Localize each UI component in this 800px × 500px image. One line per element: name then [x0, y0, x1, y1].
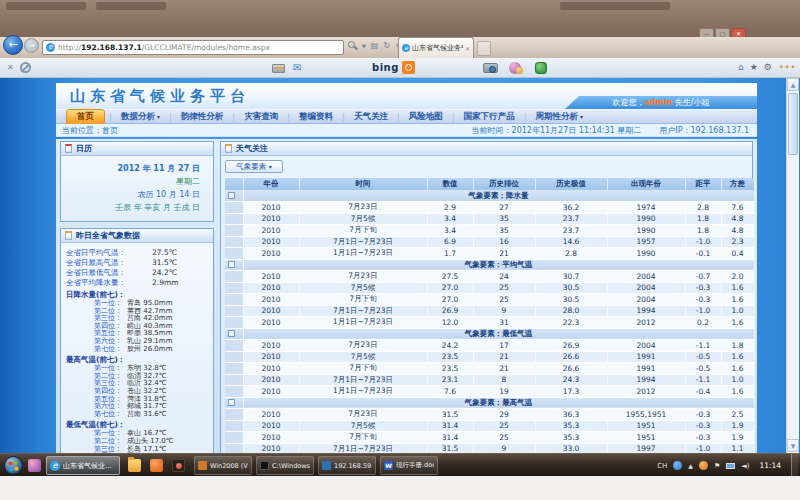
collapse-toggle-icon[interactable]	[228, 399, 235, 406]
table-row: 20101月1日~7月23日1.7212.81990-0.10.4	[225, 248, 754, 260]
tray-firefox-icon[interactable]	[699, 461, 708, 470]
nav-item-2[interactable]: 韵律性分析	[172, 111, 233, 123]
scroll-up-icon[interactable]: ▲	[787, 78, 799, 91]
refresh-icon[interactable]: ↻	[383, 41, 390, 50]
favorites-star-icon[interactable]: ★	[750, 62, 758, 72]
nav-item-6[interactable]: 风险地图	[400, 111, 452, 123]
overflow-dots[interactable]: •••	[779, 63, 796, 72]
address-bar[interactable]: e http://192.168.137.1/GLCCLIMATE/module…	[42, 40, 344, 55]
browser-tab[interactable]: e 山东省气候业务平... ✕	[398, 37, 474, 58]
nav-item-8[interactable]: 周期性分析▾	[527, 111, 593, 123]
nav-item-0[interactable]: 首页	[66, 109, 105, 125]
scrollbar-thumb[interactable]	[788, 93, 798, 155]
table-cell: 19	[473, 386, 535, 398]
new-tab-button[interactable]	[477, 41, 491, 56]
explorer-folder-icon[interactable]	[128, 459, 141, 472]
table-cell: 2010	[243, 248, 299, 260]
tray-app-icon[interactable]	[673, 461, 682, 470]
taskbar-window-button[interactable]: Win2008 (VS2...	[194, 456, 252, 475]
scrollbar[interactable]: ▲ ▼	[786, 78, 799, 453]
group-toggle-cell[interactable]	[225, 328, 243, 340]
scroll-down-icon[interactable]: ▼	[787, 439, 799, 452]
taskbar-window-button[interactable]: W现行手册.docx ...	[380, 456, 438, 475]
nav-item-4[interactable]: 整编资料	[290, 111, 342, 123]
row-lead-cell	[225, 374, 243, 386]
calendar-lunar: 农历 10 月 14 日	[61, 188, 200, 201]
tray-expand-icon[interactable]: ▲	[688, 462, 693, 469]
collapse-toggle-icon[interactable]	[228, 330, 235, 337]
breadcrumb: 当前位置：首页	[62, 124, 118, 137]
compatibility-icon[interactable]: ▤	[371, 41, 379, 50]
forward-button[interactable]: →	[24, 38, 39, 53]
stat-row: 全省日最低气温：24.2℃	[66, 268, 211, 278]
table-cell: 22.3	[535, 317, 607, 329]
table-cell: 23.7	[535, 213, 607, 225]
tools-gear-icon[interactable]: ⚙	[764, 62, 772, 72]
bing-search-widget[interactable]: bing	[372, 61, 415, 74]
taskbar-ie-window-button[interactable]: e 山东省气候业...	[46, 456, 120, 475]
group-toggle-cell[interactable]	[225, 397, 243, 409]
calendar-panel-title: 日历	[76, 143, 92, 154]
table-cell: 23.5	[427, 363, 473, 375]
table-cell: 17.3	[535, 386, 607, 398]
toolbar-card-icon[interactable]	[272, 64, 285, 73]
taskbar-window-button[interactable]: C:\Windows\s...	[256, 456, 314, 475]
stat-label: 全省日最高气温：	[66, 258, 152, 268]
home-icon[interactable]: ⌂	[738, 62, 744, 72]
bing-search-icon[interactable]	[402, 61, 415, 74]
blocked-icon[interactable]	[20, 62, 31, 73]
table-cell: 1.6	[721, 282, 754, 294]
show-desktop-button[interactable]	[791, 454, 798, 477]
tab-close-icon[interactable]: ✕	[465, 45, 470, 52]
toolbar-mail-icon[interactable]: ✉	[293, 62, 301, 73]
toolbar-share-icon[interactable]	[509, 62, 521, 74]
row-lead-cell	[225, 282, 243, 294]
table-cell: 25	[473, 282, 535, 294]
group-header-row[interactable]: 气象要素：最高气温	[225, 397, 754, 409]
group-header-row[interactable]: 气象要素：降水量	[225, 190, 754, 202]
group-header-row[interactable]: 气象要素：最低气温	[225, 328, 754, 340]
table-header-lead	[225, 178, 243, 190]
weather-focus-panel: 天气关注 气象要素 ▾	[220, 141, 753, 468]
windows-logo-icon	[8, 460, 19, 471]
taskbar-app-icon[interactable]	[150, 459, 163, 472]
group-toggle-cell[interactable]	[225, 190, 243, 202]
table-cell: -0.4	[685, 386, 721, 398]
collapse-toggle-icon[interactable]	[228, 261, 235, 268]
group-label: 气象要素：最低气温	[243, 328, 754, 340]
table-cell: 1.6	[721, 351, 754, 363]
table-cell: 1.7	[427, 248, 473, 260]
toolbar-camera-icon[interactable]	[483, 63, 498, 73]
action-center-flag-icon[interactable]: ⚑	[714, 462, 720, 470]
taskbar-app-icon[interactable]	[28, 459, 41, 472]
start-button[interactable]	[4, 456, 23, 475]
volume-icon[interactable]: ◄)	[741, 462, 749, 470]
table-cell: 35	[473, 225, 535, 237]
nav-item-3[interactable]: 灾害查询	[235, 111, 287, 123]
collapse-toggle-icon[interactable]	[228, 192, 235, 199]
toolbar-close-icon[interactable]: ✕	[7, 63, 14, 72]
screen: — ▢ ✕ ← → e http://192.168.137.1/GLCCLIM…	[0, 0, 800, 500]
table-cell: 1.8	[721, 340, 754, 352]
group-toggle-cell[interactable]	[225, 259, 243, 271]
nav-item-1[interactable]: 数据分析▾	[112, 111, 169, 123]
media-player-icon[interactable]	[172, 459, 185, 472]
stat-row: 全省日平均气温：27.5℃	[66, 248, 211, 258]
table-cell: 2.8	[535, 248, 607, 260]
search-icon[interactable]	[348, 41, 357, 50]
network-icon[interactable]	[726, 463, 735, 469]
language-indicator[interactable]: CH	[657, 462, 667, 470]
nav-item-7[interactable]: 国家下行产品	[455, 111, 524, 123]
element-filter-button[interactable]: 气象要素 ▾	[225, 160, 283, 173]
nav-item-5[interactable]: 天气关注	[345, 111, 397, 123]
table-row: 20107月5候27.02530.52004-0.31.6	[225, 282, 754, 294]
clock[interactable]: 11:14	[759, 461, 781, 470]
toolbar-plugin-icon[interactable]	[535, 62, 547, 74]
table-cell: -0.3	[685, 294, 721, 306]
group-header-row[interactable]: 气象要素：平均气温	[225, 259, 754, 271]
chevron-down-icon[interactable]: ▼	[362, 43, 366, 49]
taskbar-window-button[interactable]: 192.168.59.99...	[318, 456, 376, 475]
stat-value: 24.2℃	[152, 268, 177, 278]
table-row: 20101月1日~7月23日12.03122.320120.21.6	[225, 317, 754, 329]
back-button[interactable]: ←	[3, 35, 23, 55]
